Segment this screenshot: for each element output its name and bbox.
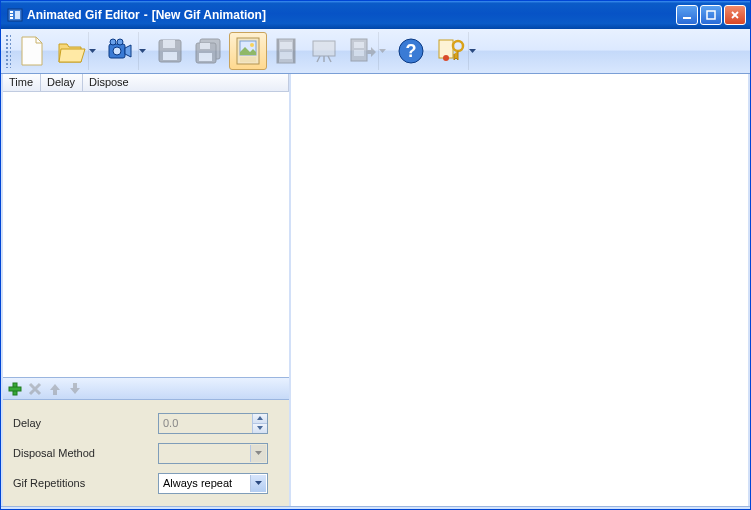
move-up-button (47, 381, 63, 397)
add-frame-button[interactable] (7, 381, 23, 397)
video-camera-icon (106, 36, 136, 66)
frame-image-button[interactable] (229, 32, 267, 70)
license-dropdown[interactable] (468, 32, 476, 70)
svg-rect-27 (313, 41, 335, 56)
open-file-dropdown[interactable] (88, 32, 96, 70)
svg-rect-30 (354, 50, 364, 56)
column-delay[interactable]: Delay (41, 74, 83, 91)
properties-panel: Delay Disposal Method (3, 400, 289, 506)
svg-rect-3 (10, 17, 13, 19)
repetitions-value: Always repeat (163, 477, 232, 489)
svg-point-20 (250, 43, 254, 47)
svg-rect-12 (163, 40, 175, 48)
minimize-button[interactable] (676, 5, 698, 25)
svg-rect-37 (9, 387, 21, 391)
new-file-button[interactable] (13, 32, 51, 70)
svg-point-9 (117, 39, 123, 45)
open-file-button[interactable] (51, 32, 101, 70)
svg-point-35 (443, 55, 449, 61)
toolbar-grip-icon (5, 34, 11, 68)
disposal-label: Disposal Method (13, 447, 158, 459)
delay-spin-down (252, 424, 267, 433)
frames-table-header: Time Delay Dispose (3, 74, 289, 92)
svg-rect-17 (199, 53, 212, 61)
svg-rect-21 (240, 57, 256, 62)
disposal-combo (158, 443, 268, 464)
delay-label: Delay (13, 417, 158, 429)
film-arrow-icon (348, 36, 376, 66)
repetitions-combo[interactable]: Always repeat (158, 473, 268, 494)
svg-rect-23 (280, 42, 292, 49)
app-icon (7, 7, 23, 23)
delete-x-icon (28, 382, 42, 396)
repetitions-field[interactable]: Always repeat (158, 473, 268, 494)
left-pane: Time Delay Dispose (3, 74, 291, 506)
repetitions-label: Gif Repetitions (13, 477, 158, 489)
svg-rect-24 (280, 52, 292, 59)
folder-open-icon (56, 36, 86, 66)
remove-frame-button (27, 381, 43, 397)
presentation-button (305, 32, 343, 70)
svg-rect-4 (15, 11, 20, 19)
svg-rect-5 (683, 17, 691, 19)
svg-rect-29 (354, 42, 364, 48)
save-as-button (189, 32, 229, 70)
svg-rect-2 (10, 14, 13, 16)
arrow-up-icon (48, 382, 62, 396)
svg-rect-13 (163, 52, 177, 60)
new-file-icon (18, 35, 46, 67)
help-icon: ? (396, 36, 426, 66)
chevron-down-icon[interactable] (250, 475, 266, 492)
film-strip-icon (272, 36, 300, 66)
move-down-button (67, 381, 83, 397)
svg-rect-1 (10, 11, 13, 13)
maximize-button[interactable] (700, 5, 722, 25)
close-button[interactable] (724, 5, 746, 25)
column-dispose[interactable]: Dispose (83, 74, 289, 91)
plus-icon (8, 382, 22, 396)
app-title: Animated Gif Editor (27, 8, 140, 22)
chevron-down-icon (250, 445, 266, 462)
video-source-dropdown[interactable] (138, 32, 146, 70)
svg-point-8 (110, 39, 116, 45)
svg-text:?: ? (406, 41, 417, 61)
help-button[interactable]: ? (391, 32, 431, 70)
svg-rect-6 (707, 11, 715, 19)
arrow-down-icon (68, 382, 82, 396)
floppy-multi-icon (194, 37, 224, 65)
svg-point-10 (113, 47, 121, 55)
screen-icon (310, 37, 338, 65)
frame-actions-bar (3, 377, 289, 400)
frames-table-body[interactable] (3, 92, 289, 377)
export-button (343, 32, 391, 70)
key-cert-icon (436, 36, 466, 66)
toolbar: ? (1, 29, 750, 74)
statusbar (1, 506, 750, 510)
film-button (267, 32, 305, 70)
delay-spin-up (252, 414, 267, 424)
svg-rect-25 (277, 39, 279, 63)
export-dropdown (378, 32, 386, 70)
column-time[interactable]: Time (3, 74, 41, 91)
svg-rect-26 (293, 39, 295, 63)
license-button[interactable] (431, 32, 481, 70)
image-frame-icon (234, 36, 262, 66)
video-source-button[interactable] (101, 32, 151, 70)
preview-pane (291, 74, 748, 506)
titlebar: Animated Gif Editor - [New Gif Animation… (1, 1, 750, 29)
svg-point-34 (453, 41, 463, 51)
floppy-icon (156, 37, 184, 65)
title-separator: - (144, 8, 148, 22)
svg-rect-16 (200, 43, 210, 49)
save-button (151, 32, 189, 70)
delay-field (158, 413, 268, 434)
client-area: Time Delay Dispose (1, 74, 750, 506)
document-title: [New Gif Animation] (152, 8, 266, 22)
disposal-field (158, 443, 268, 464)
